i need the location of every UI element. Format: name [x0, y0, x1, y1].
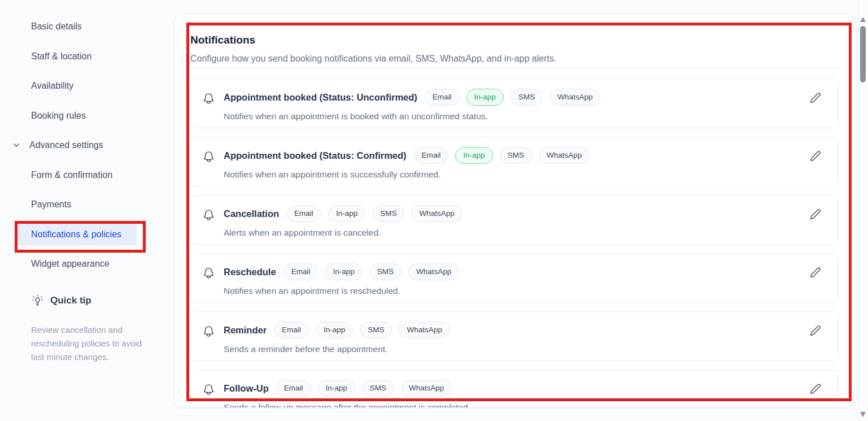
- notification-description: Notifies when an appointment is reschedu…: [224, 286, 804, 296]
- notification-description: Sends a follow-up message after the appo…: [224, 402, 804, 408]
- sidebar-item-payments[interactable]: Payments: [0, 190, 169, 220]
- channel-badges: EmailIn-appSMSWhatsApp: [425, 89, 601, 106]
- sidebar-item-widget-appearance[interactable]: Widget appearance: [0, 249, 169, 279]
- notification-row: Reminder EmailIn-appSMSWhatsApp Sends a …: [190, 311, 839, 361]
- sidebar-item-label: Form & confirmation: [31, 170, 112, 180]
- channel-badge-in-app[interactable]: In-app: [466, 89, 504, 106]
- notification-title: Reminder: [224, 325, 267, 336]
- quick-tip-header: Quick tip: [31, 294, 91, 307]
- channel-badge-whatsapp[interactable]: WhatsApp: [399, 322, 450, 338]
- notification-title: Appointment booked (Status: Confirmed): [224, 150, 407, 161]
- sidebar-item-label: Notifications & policies: [18, 224, 136, 245]
- sidebar-item-staff-location[interactable]: Staff & location: [0, 42, 169, 72]
- channel-badge-whatsapp[interactable]: WhatsApp: [408, 263, 459, 280]
- channel-badges: EmailIn-appSMSWhatsApp: [283, 263, 460, 280]
- sidebar-item-label: Advanced settings: [29, 140, 103, 150]
- sidebar-item-advanced-settings[interactable]: Advanced settings: [0, 131, 169, 160]
- edit-notification-button[interactable]: [810, 383, 822, 395]
- edit-notification-button[interactable]: [810, 208, 822, 220]
- sidebar-item-basic-details[interactable]: Basic details: [0, 12, 169, 42]
- sidebar-item-availability[interactable]: Availability: [0, 71, 169, 101]
- settings-sidebar: Basic details Staff & location Availabil…: [0, 12, 169, 279]
- notification-title: Reschedule: [224, 267, 276, 277]
- sidebar-item-booking-rules[interactable]: Booking rules: [0, 101, 169, 131]
- sidebar-item-label: Booking rules: [31, 111, 86, 121]
- sidebar-item-label: Staff & location: [31, 51, 91, 62]
- scrollbar-down-arrow[interactable]: [860, 412, 866, 417]
- channel-badge-sms[interactable]: SMS: [362, 380, 394, 397]
- bell-icon: [202, 383, 215, 396]
- quick-tip-text: Review cancellation and rescheduling pol…: [31, 323, 152, 364]
- edit-notification-button[interactable]: [810, 324, 822, 337]
- edit-notification-button[interactable]: [810, 150, 822, 162]
- quick-tip-title: Quick tip: [50, 295, 91, 306]
- bell-icon: [202, 267, 215, 280]
- header-divider: [190, 67, 839, 68]
- bell-icon: [202, 325, 215, 338]
- scrollbar-up-arrow[interactable]: [860, 17, 866, 22]
- page-subtitle: Configure how you send booking notificat…: [190, 54, 556, 64]
- notification-description: Notifies when an appointment is booked w…: [224, 111, 804, 121]
- channel-badge-sms[interactable]: SMS: [360, 322, 392, 338]
- notification-row: Follow-Up EmailIn-appSMSWhatsApp Sends a…: [190, 370, 839, 408]
- sidebar-item-notifications-policies[interactable]: Notifications & policies: [0, 220, 169, 250]
- notification-description: Sends a reminder before the appointment.: [224, 344, 804, 354]
- vertical-scrollbar[interactable]: [858, 0, 868, 421]
- channel-badges: EmailIn-appSMSWhatsApp: [414, 147, 590, 164]
- bell-icon: [202, 150, 215, 163]
- scrollbar-thumb[interactable]: [860, 26, 866, 83]
- bell-icon: [202, 209, 215, 222]
- notification-description: Notifies when an appointment is successf…: [224, 170, 804, 180]
- sidebar-item-form-confirmation[interactable]: Form & confirmation: [0, 160, 169, 190]
- page-title: Notifications: [190, 34, 255, 46]
- notification-title: Cancellation: [224, 209, 279, 219]
- notification-title: Appointment booked (Status: Unconfirmed): [224, 92, 417, 103]
- notification-row: Appointment booked (Status: Confirmed) E…: [190, 137, 839, 186]
- channel-badge-in-app[interactable]: In-app: [328, 205, 365, 222]
- channel-badge-email[interactable]: Email: [414, 147, 449, 164]
- sidebar-item-label: Widget appearance: [31, 259, 110, 269]
- channel-badge-sms[interactable]: SMS: [511, 89, 543, 106]
- notification-row: Appointment booked (Status: Unconfirmed)…: [190, 79, 839, 128]
- channel-badge-in-app[interactable]: In-app: [316, 322, 353, 338]
- channel-badge-whatsapp[interactable]: WhatsApp: [401, 380, 452, 397]
- channel-badge-sms[interactable]: SMS: [369, 263, 402, 280]
- lightbulb-icon: [31, 294, 44, 307]
- sidebar-item-label: Payments: [31, 199, 71, 210]
- channel-badge-sms[interactable]: SMS: [500, 147, 532, 164]
- channel-badges: EmailIn-appSMSWhatsApp: [274, 322, 450, 338]
- channel-badge-whatsapp[interactable]: WhatsApp: [549, 89, 600, 106]
- channel-badges: EmailIn-appSMSWhatsApp: [276, 380, 452, 397]
- notification-list: Appointment booked (Status: Unconfirmed)…: [190, 79, 839, 408]
- sidebar-item-label: Availability: [31, 81, 73, 91]
- channel-badge-email[interactable]: Email: [425, 89, 460, 106]
- channel-badge-in-app[interactable]: In-app: [318, 380, 355, 397]
- notifications-panel: Notifications Configure how you send boo…: [174, 14, 854, 408]
- notification-row: Reschedule EmailIn-appSMSWhatsApp Notifi…: [190, 253, 839, 303]
- sidebar-item-label: Basic details: [31, 21, 82, 32]
- edit-notification-button[interactable]: [810, 92, 822, 104]
- notification-row: Cancellation EmailIn-appSMSWhatsApp Aler…: [190, 195, 839, 245]
- channel-badge-email[interactable]: Email: [286, 205, 321, 222]
- channel-badge-email[interactable]: Email: [276, 380, 311, 397]
- notification-description: Alerts when an appointment is canceled.: [224, 228, 804, 238]
- bell-icon: [202, 92, 215, 105]
- channel-badge-whatsapp[interactable]: WhatsApp: [539, 147, 590, 164]
- channel-badge-sms[interactable]: SMS: [372, 205, 404, 222]
- channel-badge-email[interactable]: Email: [283, 263, 319, 280]
- chevron-down-icon[interactable]: [12, 141, 21, 150]
- notification-title: Follow-Up: [224, 383, 269, 394]
- edit-notification-button[interactable]: [810, 266, 822, 279]
- channel-badge-email[interactable]: Email: [274, 322, 309, 338]
- channel-badges: EmailIn-appSMSWhatsApp: [286, 205, 463, 222]
- channel-badge-in-app[interactable]: In-app: [325, 263, 362, 280]
- channel-badge-in-app[interactable]: In-app: [455, 147, 492, 164]
- channel-badge-whatsapp[interactable]: WhatsApp: [411, 205, 462, 222]
